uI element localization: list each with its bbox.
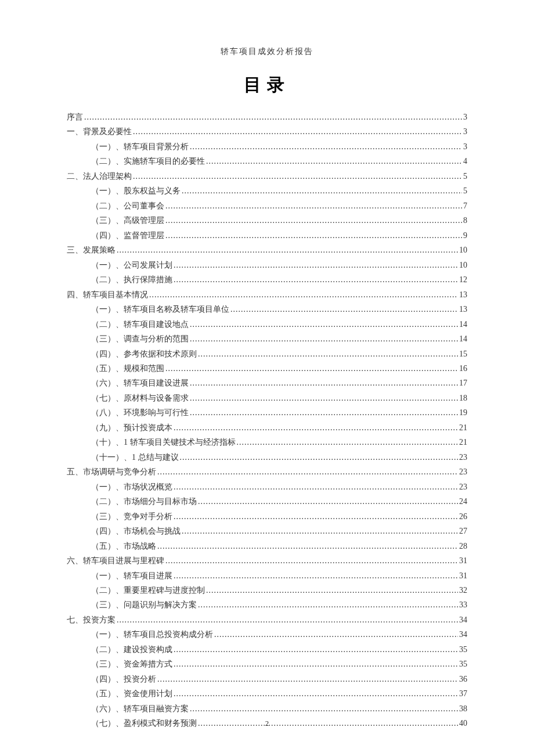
toc-entry-label: （二）、执行保障措施 <box>91 272 172 287</box>
toc-entry[interactable]: （九）、预计投资成本21 <box>67 420 467 435</box>
toc-entry[interactable]: （四）、市场机会与挑战27 <box>67 524 467 538</box>
toc-entry[interactable]: （二）、重要里程碑与进度控制32 <box>67 583 467 597</box>
toc-entry-page: 28 <box>459 539 467 553</box>
toc-entry[interactable]: （五）、规模和范围16 <box>67 361 467 376</box>
toc-entry-page: 17 <box>459 376 467 390</box>
toc-entry-label: （二）、公司董事会 <box>91 199 164 213</box>
toc-entry[interactable]: （一）、轿车项目总投资构成分析34 <box>67 627 467 642</box>
toc-leader-dots <box>190 701 458 716</box>
toc-entry[interactable]: （二）、公司董事会7 <box>67 199 467 213</box>
toc-entry-page: 35 <box>459 657 467 671</box>
toc-entry[interactable]: （二）、实施轿车项目的必要性4 <box>67 154 467 168</box>
toc-entry[interactable]: （一）、市场状况概览23 <box>67 480 467 494</box>
toc-entry-page: 18 <box>459 391 467 405</box>
toc-entry-label: （六）、轿车项目融资方案 <box>91 701 189 716</box>
toc-leader-dots <box>174 642 458 657</box>
toc-entry-label: （一）、股东权益与义务 <box>91 183 181 198</box>
toc-leader-dots <box>174 480 458 494</box>
toc-entry-page: 19 <box>459 405 467 420</box>
toc-entry-page: 12 <box>459 272 467 287</box>
toc-entry[interactable]: （二）、建设投资构成35 <box>67 642 467 657</box>
toc-entry-label: （十一）、1 总结与建议 <box>91 450 179 465</box>
toc-leader-dots <box>206 154 462 168</box>
toc-entry[interactable]: 三、发展策略10 <box>67 243 467 257</box>
toc-entry-label: 四、轿车项目基本情况 <box>67 287 148 302</box>
toc-entry[interactable]: （五）、市场战略28 <box>67 539 467 553</box>
toc-entry-label: 五、市场调研与竞争分析 <box>67 465 156 479</box>
toc-entry[interactable]: 六、轿车项目进展与里程碑31 <box>67 553 467 568</box>
toc-leader-dots <box>190 391 458 405</box>
toc-leader-dots <box>198 494 458 509</box>
toc-entry[interactable]: （四）、参考依据和技术原则15 <box>67 347 467 361</box>
toc-entry[interactable]: 四、轿车项目基本情况13 <box>67 287 467 302</box>
toc-entry[interactable]: （三）、竞争对手分析26 <box>67 509 467 524</box>
toc-entry[interactable]: （八）、环境影响与可行性19 <box>67 405 467 420</box>
toc-entry[interactable]: 二、法人治理架构5 <box>67 169 467 183</box>
table-of-contents: 序言3一、背景及必要性3（一）、轿车项目背景分析3（二）、实施轿车项目的必要性4… <box>67 110 467 731</box>
toc-entry[interactable]: （一）、轿车项目进展31 <box>67 568 467 583</box>
toc-entry[interactable]: （一）、公司发展计划10 <box>67 258 467 272</box>
toc-leader-dots <box>174 657 458 671</box>
toc-entry-label: （二）、建设投资构成 <box>91 642 172 657</box>
toc-leader-dots <box>133 169 462 183</box>
toc-entry-label: （七）、原材料与设备需求 <box>91 391 189 405</box>
toc-entry-page: 3 <box>463 139 467 154</box>
toc-entry[interactable]: （三）、调查与分析的范围14 <box>67 332 467 346</box>
toc-entry-label: （五）、资金使用计划 <box>91 686 172 701</box>
toc-entry-page: 23 <box>459 465 467 479</box>
toc-leader-dots <box>190 405 458 420</box>
toc-entry[interactable]: 序言3 <box>67 110 467 124</box>
toc-leader-dots <box>198 347 458 361</box>
toc-leader-dots <box>174 420 458 435</box>
toc-entry-label: （二）、市场细分与目标市场 <box>91 494 197 509</box>
toc-entry[interactable]: （六）、轿车项目建设进展17 <box>67 376 467 390</box>
toc-entry[interactable]: （一）、轿车项目背景分析3 <box>67 139 467 154</box>
toc-entry[interactable]: （三）、问题识别与解决方案33 <box>67 597 467 612</box>
toc-leader-dots <box>165 553 458 568</box>
toc-entry[interactable]: （二）、市场细分与目标市场24 <box>67 494 467 509</box>
toc-entry[interactable]: （二）、轿车项目建设地点14 <box>67 317 467 332</box>
toc-entry[interactable]: 五、市场调研与竞争分析23 <box>67 465 467 479</box>
toc-entry[interactable]: （十一）、1 总结与建议23 <box>67 450 467 465</box>
toc-entry-page: 21 <box>459 435 467 449</box>
toc-entry-label: 一、背景及必要性 <box>67 124 132 139</box>
toc-entry[interactable]: （一）、股东权益与义务5 <box>67 183 467 198</box>
toc-entry-page: 5 <box>463 183 467 198</box>
toc-entry-page: 16 <box>459 361 467 376</box>
toc-entry-page: 3 <box>463 124 467 139</box>
toc-entry-label: （二）、轿车项目建设地点 <box>91 317 189 332</box>
toc-entry-page: 14 <box>459 332 467 346</box>
toc-leader-dots <box>157 539 458 553</box>
toc-entry-label: （十）、1 轿车项目关键技术与经济指标 <box>91 435 236 449</box>
toc-entry-label: （五）、规模和范围 <box>91 361 164 376</box>
toc-entry[interactable]: （七）、原材料与设备需求18 <box>67 391 467 405</box>
toc-entry-label: 三、发展策略 <box>67 243 116 257</box>
toc-entry-label: （三）、调查与分析的范围 <box>91 332 189 346</box>
toc-entry[interactable]: 七、投资方案34 <box>67 613 467 627</box>
toc-leader-dots <box>214 627 458 642</box>
toc-entry[interactable]: （四）、投资分析36 <box>67 672 467 686</box>
toc-leader-dots <box>133 124 462 139</box>
toc-entry[interactable]: （三）、资金筹措方式35 <box>67 657 467 671</box>
toc-entry[interactable]: （二）、执行保障措施12 <box>67 272 467 287</box>
toc-entry[interactable]: （三）、高级管理层8 <box>67 213 467 228</box>
toc-entry[interactable]: （十）、1 轿车项目关键技术与经济指标21 <box>67 435 467 449</box>
toc-leader-dots <box>190 376 458 390</box>
toc-leader-dots <box>206 583 458 597</box>
toc-entry[interactable]: （五）、资金使用计划37 <box>67 686 467 701</box>
toc-entry-page: 21 <box>459 420 467 435</box>
toc-leader-dots <box>165 228 462 243</box>
toc-entry[interactable]: （四）、监督管理层9 <box>67 228 467 243</box>
document-header: 轿车项目成效分析报告 <box>67 46 467 57</box>
toc-entry-page: 26 <box>459 509 467 524</box>
toc-entry-label: （三）、资金筹措方式 <box>91 657 172 671</box>
toc-entry-page: 10 <box>459 243 467 257</box>
toc-entry[interactable]: （六）、轿车项目融资方案38 <box>67 701 467 716</box>
toc-leader-dots <box>84 110 462 124</box>
toc-leader-dots <box>230 302 458 316</box>
toc-entry-label: （一）、轿车项目背景分析 <box>91 139 189 154</box>
toc-entry-label: （一）、市场状况概览 <box>91 480 172 494</box>
toc-entry[interactable]: 一、背景及必要性3 <box>67 124 467 139</box>
toc-entry[interactable]: （一）、轿车项目名称及轿车项目单位13 <box>67 302 467 316</box>
toc-entry-label: （一）、公司发展计划 <box>91 258 172 272</box>
